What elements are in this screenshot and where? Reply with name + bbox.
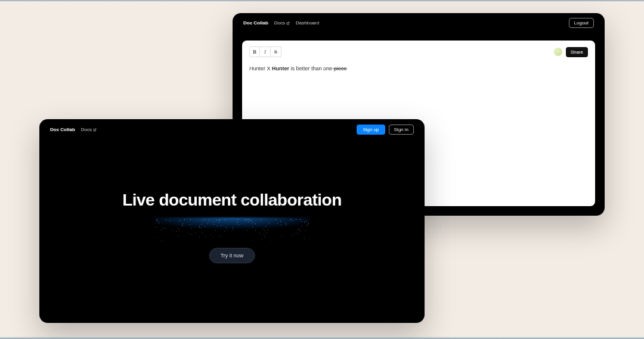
collaborator-avatar[interactable] <box>554 48 562 56</box>
landing-window: Doc Collab Docs Sign up Sign in Live doc… <box>39 119 425 323</box>
nav-docs-link[interactable]: Docs <box>81 127 97 132</box>
editor-topbar: Doc Collab Docs Dashboard Logout <box>233 13 605 33</box>
hero-title: Live document collaboration <box>39 191 425 210</box>
signin-button[interactable]: Sign in <box>389 125 414 135</box>
try-now-button[interactable]: Try it now <box>209 248 255 263</box>
bold-button[interactable]: B <box>249 46 260 57</box>
hero-glow <box>154 217 309 247</box>
editor-toolbar: B I S Share <box>249 46 588 57</box>
italic-button[interactable]: I <box>260 46 271 57</box>
external-link-icon <box>93 128 97 132</box>
hero-section: Live document collaboration <box>39 191 425 210</box>
nav-docs-label: Docs <box>81 127 92 132</box>
logout-button[interactable]: Logout <box>569 18 594 28</box>
nav-docs-link[interactable]: Docs <box>274 20 290 26</box>
hero-particles <box>154 219 309 243</box>
external-link-icon <box>286 21 290 25</box>
brand-logo[interactable]: Doc Collab <box>243 20 268 26</box>
brand-logo[interactable]: Doc Collab <box>50 127 75 132</box>
document-content[interactable]: Hunter X Hunter is better than one-piece <box>249 66 588 71</box>
strike-button[interactable]: S <box>271 46 281 57</box>
signup-button[interactable]: Sign up <box>357 125 385 135</box>
nav-docs-label: Docs <box>274 20 285 26</box>
share-button[interactable]: Share <box>566 47 588 57</box>
landing-topbar: Doc Collab Docs Sign up Sign in <box>39 119 425 140</box>
nav-dashboard-link[interactable]: Dashboard <box>296 20 319 26</box>
